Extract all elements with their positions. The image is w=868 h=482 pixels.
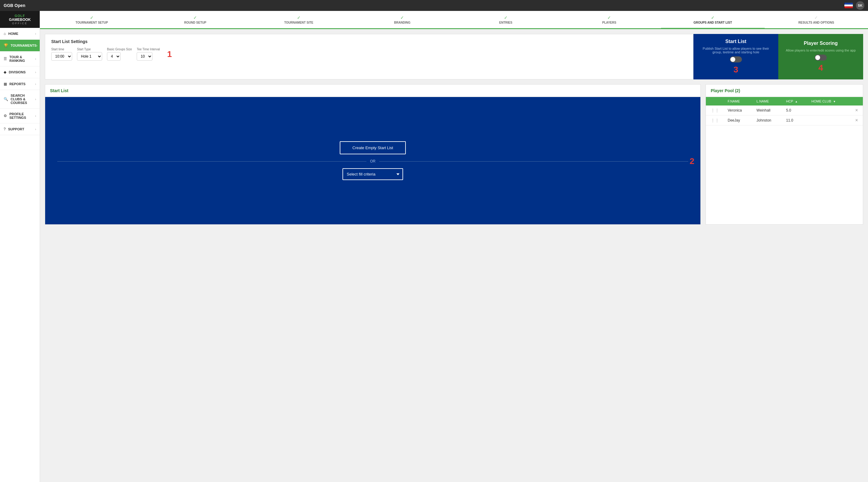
tab-label-entries: ENTRIES <box>499 21 512 24</box>
annotation-3: 3 <box>734 65 738 74</box>
logo-office: OFFICE <box>2 22 37 25</box>
logo-golf: GOLF <box>2 14 37 18</box>
tab-groups-and-start-list[interactable]: ✓ GROUPS AND START LIST <box>661 11 765 29</box>
logo-gamebook: GAMEBOOK <box>2 18 37 22</box>
tab-tournament-site[interactable]: ✓ TOURNAMENT SITE <box>247 11 351 29</box>
start-list-panel-desc: Publish Start List to allow players to s… <box>700 47 772 54</box>
gear-icon: ⚙ <box>4 114 7 118</box>
tab-branding[interactable]: ✓ BRANDING <box>351 11 454 29</box>
sidebar-logo: GOLF GAMEBOOK OFFICE <box>0 11 40 28</box>
fill-criteria-select[interactable]: Select fill criteria By Handicap By Name… <box>342 168 403 180</box>
table-row: ⋮⋮ DeeJay Johnston 11.0 × <box>706 116 863 125</box>
chevron-icon: › <box>35 98 36 101</box>
chevron-icon: › <box>35 57 36 61</box>
settings-card-title: Start List Settings <box>51 39 687 44</box>
sidebar-item-reports[interactable]: ▦ REPORTS › <box>0 78 40 90</box>
start-type-label: Start Type <box>77 48 102 51</box>
start-type-select[interactable]: Hole 1 Hole 10 Shotgun <box>77 52 102 61</box>
player-scoring-panel: Player Scoring Allow players to enter/ed… <box>778 34 863 80</box>
table-row: ⋮⋮ Veronica Weinhall 5.0 × <box>706 106 863 116</box>
start-list-content: Create Empty Start List OR 2 Select fill… <box>45 97 701 224</box>
sidebar-item-profile-settings[interactable]: ⚙ PROFILE SETTINGS › <box>0 109 40 123</box>
col-drag <box>706 97 724 106</box>
drag-handle[interactable]: ⋮⋮ <box>710 108 720 113</box>
remove-player-2-button[interactable]: × <box>854 118 859 123</box>
tab-tournament-setup[interactable]: ✓ TOURNAMENT SETUP <box>40 11 144 29</box>
main-content: Start List Settings Start time 10:00 10:… <box>40 29 868 482</box>
player-pool-table: F.NAME L.NAME HCP ▲ HOME CLUB ▼ ⋮⋮ Veron… <box>706 97 863 125</box>
check-icon: ✓ <box>193 15 197 20</box>
player-scoring-panel-title: Player Scoring <box>804 41 838 46</box>
start-type-field: Start Type Hole 1 Hole 10 Shotgun <box>77 48 102 61</box>
sidebar-label-divisions: DIVISIONS <box>9 70 26 74</box>
start-list-panel: Start List Publish Start List to allow p… <box>693 34 778 80</box>
player-1-home-club <box>808 106 850 116</box>
player-scoring-toggle[interactable] <box>815 55 827 61</box>
settings-fields: Start time 10:00 10:30 11:00 Start Type … <box>51 48 687 61</box>
flag-button[interactable] <box>844 3 853 8</box>
annotation-1: 1 <box>167 50 172 59</box>
start-time-select[interactable]: 10:00 10:30 11:00 <box>51 52 72 61</box>
trophy-icon: 🏆 <box>4 43 8 48</box>
remove-player-1-button[interactable]: × <box>854 108 859 113</box>
top-header: GGB Open SK <box>0 0 868 11</box>
player-2-hcp: 11.0 <box>782 116 808 125</box>
chevron-icon: › <box>36 44 37 47</box>
tab-results-and-options[interactable]: ✓ RESULTS AND OPTIONS <box>765 11 868 29</box>
tab-label-groups-start-list: GROUPS AND START LIST <box>693 21 732 24</box>
nav-tabs: ✓ TOURNAMENT SETUP ✓ ROUND SETUP ✓ TOURN… <box>40 11 868 29</box>
home-icon: ⌂ <box>4 32 6 36</box>
col-l-name[interactable]: L.NAME <box>753 97 782 106</box>
tab-label-players: PLAYERS <box>602 21 616 24</box>
or-text: OR <box>370 159 375 163</box>
bar-chart-icon: ▦ <box>4 82 7 86</box>
tab-label-round-setup: ROUND SETUP <box>184 21 207 24</box>
sidebar-item-tournaments[interactable]: 🏆 TOURNAMENTS › <box>0 40 40 52</box>
create-empty-start-list-button[interactable]: Create Empty Start List <box>340 141 406 154</box>
start-list-toggle[interactable] <box>730 56 742 62</box>
check-icon: ✓ <box>400 15 404 20</box>
chevron-icon: › <box>35 83 36 86</box>
tab-round-setup[interactable]: ✓ ROUND SETUP <box>144 11 247 29</box>
tee-time-interval-select[interactable]: 8 9 10 11 <box>137 52 152 61</box>
user-avatar[interactable]: SK <box>856 1 864 10</box>
drag-handle[interactable]: ⋮⋮ <box>710 118 720 123</box>
app-title: GGB Open <box>4 3 841 8</box>
basic-groups-size-select[interactable]: 2 3 4 5 <box>107 52 121 61</box>
check-icon: ✓ <box>711 15 715 20</box>
sort-asc-icon: ▲ <box>795 100 798 103</box>
check-icon: ✓ <box>90 15 94 20</box>
check-icon: ✓ <box>607 15 611 20</box>
sidebar-item-tour-ranking[interactable]: ☰ TOUR & RANKING › <box>0 52 40 66</box>
col-f-name[interactable]: F.NAME <box>724 97 753 106</box>
sort-desc-icon: ▼ <box>833 100 836 103</box>
settings-row: Start List Settings Start time 10:00 10:… <box>45 34 863 80</box>
check-icon: ✓ <box>504 15 508 20</box>
tab-label-tournament-setup: TOURNAMENT SETUP <box>75 21 108 24</box>
sidebar-item-search-clubs-courses[interactable]: 🔍 SEARCH CLUBS & COURSES › <box>0 90 40 109</box>
start-list-panel-title: Start List <box>725 39 746 44</box>
diamond-icon: ◆ <box>4 70 6 74</box>
tee-time-interval-label: Tee Time Interval <box>137 48 160 51</box>
col-hcp[interactable]: HCP ▲ <box>782 97 808 106</box>
player-pool-area: Player Pool (2) F.NAME L.NAME HCP ▲ HOME… <box>706 84 863 224</box>
tee-time-interval-field: Tee Time Interval 8 9 10 11 <box>137 48 160 61</box>
or-divider: OR 2 <box>57 159 688 163</box>
tab-label-results-options: RESULTS AND OPTIONS <box>798 21 834 24</box>
start-time-field: Start time 10:00 10:30 11:00 <box>51 48 72 61</box>
col-home-club[interactable]: HOME CLUB ▼ <box>808 97 850 106</box>
player-1-hcp: 5.0 <box>782 106 808 116</box>
lower-row: Start List Create Empty Start List OR 2 … <box>45 84 863 224</box>
basic-groups-size-label: Basic Groups Size <box>107 48 132 51</box>
tab-label-tournament-site: TOURNAMENT SITE <box>284 21 313 24</box>
sidebar-label-support: SUPPORT <box>8 127 24 131</box>
chevron-icon: › <box>35 114 36 118</box>
sidebar-item-support[interactable]: ? SUPPORT › <box>0 123 40 135</box>
tab-players[interactable]: ✓ PLAYERS <box>558 11 661 29</box>
tab-entries[interactable]: ✓ ENTRIES <box>454 11 558 29</box>
player-2-home-club <box>808 116 850 125</box>
start-list-settings-card: Start List Settings Start time 10:00 10:… <box>45 34 693 80</box>
sidebar-label-home: HOME <box>8 32 18 35</box>
sidebar-item-home[interactable]: ⌂ HOME › <box>0 28 40 40</box>
sidebar-item-divisions[interactable]: ◆ DIVISIONS › <box>0 66 40 78</box>
